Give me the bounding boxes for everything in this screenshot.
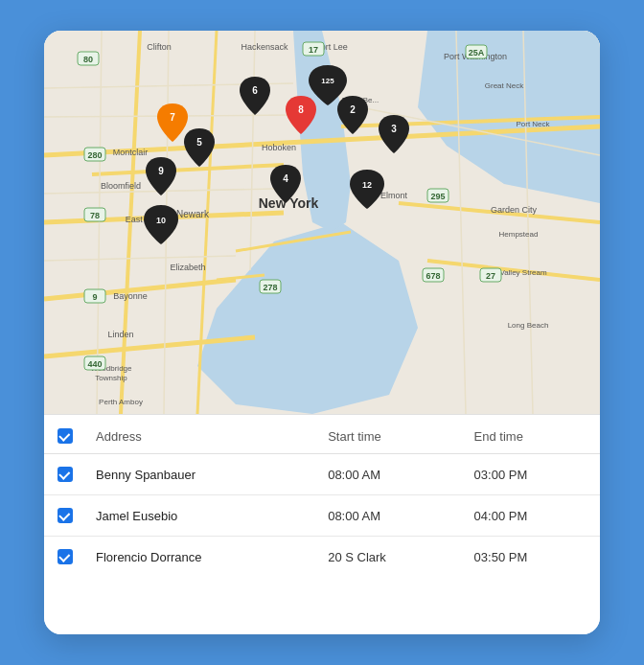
- svg-text:Elmont: Elmont: [380, 191, 408, 200]
- svg-text:Hempstead: Hempstead: [499, 230, 539, 239]
- svg-text:Clifton: Clifton: [147, 42, 172, 52]
- address-header: Address: [84, 415, 316, 454]
- svg-text:5: 5: [196, 137, 202, 148]
- svg-text:Valley Stream: Valley Stream: [499, 268, 547, 277]
- svg-text:Elizabeth: Elizabeth: [170, 263, 205, 272]
- svg-text:7: 7: [170, 112, 175, 123]
- svg-text:2: 2: [350, 104, 356, 115]
- table-row: Benny Spanbauer 08:00 AM 03:00 PM: [44, 454, 600, 495]
- table-row: Florencio Dorrance 20 S Clark 03:50 PM: [44, 537, 600, 578]
- svg-text:Hackensack: Hackensack: [241, 42, 288, 52]
- svg-text:Hoboken: Hoboken: [262, 143, 296, 152]
- main-card: New York Newark Montclair Bloomfield Eas…: [44, 31, 600, 634]
- svg-text:80: 80: [83, 55, 93, 64]
- svg-text:Bloomfield: Bloomfield: [101, 181, 141, 191]
- svg-text:10: 10: [156, 216, 166, 225]
- svg-text:12: 12: [362, 180, 372, 190]
- svg-text:Perth Amboy: Perth Amboy: [99, 398, 143, 406]
- row-checkbox-cell-1[interactable]: [44, 495, 84, 537]
- table-row: Jamel Eusebio 08:00 AM 04:00 PM: [44, 495, 600, 537]
- data-table: Address Start time End time Benny Spanba…: [44, 415, 600, 577]
- bottom-panel: Address Start time End time Benny Spanba…: [44, 414, 600, 634]
- address-cell-2: Florencio Dorrance: [84, 537, 316, 578]
- svg-text:Township: Township: [95, 374, 127, 382]
- svg-text:278: 278: [263, 283, 277, 292]
- end-time-header: End time: [463, 415, 600, 454]
- svg-text:27: 27: [486, 271, 495, 281]
- svg-text:9: 9: [158, 166, 164, 176]
- svg-text:17: 17: [309, 45, 318, 55]
- end-time-cell-0: 03:00 PM: [463, 454, 600, 495]
- svg-text:125: 125: [321, 77, 334, 85]
- start-time-cell-1: 08:00 AM: [316, 495, 462, 537]
- header-checkbox-cell[interactable]: [44, 415, 84, 454]
- svg-text:3: 3: [391, 124, 397, 134]
- svg-text:Bayonne: Bayonne: [113, 291, 148, 301]
- address-cell-0: Benny Spanbauer: [84, 454, 316, 495]
- svg-text:Montclair: Montclair: [113, 148, 149, 157]
- map-svg: New York Newark Montclair Bloomfield Eas…: [44, 31, 600, 414]
- row-checkbox-1[interactable]: [58, 508, 73, 523]
- map-area: New York Newark Montclair Bloomfield Eas…: [44, 31, 600, 414]
- row-checkbox-0[interactable]: [58, 467, 73, 482]
- start-time-cell-2: 20 S Clark: [316, 537, 462, 578]
- row-checkbox-cell-2[interactable]: [44, 537, 84, 578]
- svg-text:78: 78: [90, 211, 100, 220]
- svg-text:440: 440: [87, 359, 102, 369]
- svg-text:Garden City: Garden City: [491, 205, 538, 215]
- svg-text:Newark: Newark: [176, 209, 210, 219]
- end-time-cell-2: 03:50 PM: [463, 537, 600, 578]
- svg-text:25A: 25A: [469, 48, 485, 57]
- svg-text:6: 6: [252, 85, 258, 96]
- svg-text:280: 280: [87, 150, 102, 160]
- table-container: Address Start time End time Benny Spanba…: [44, 415, 600, 634]
- start-time-header: Start time: [316, 415, 462, 454]
- svg-text:Port Neck: Port Neck: [516, 120, 550, 128]
- svg-text:678: 678: [426, 271, 440, 281]
- row-checkbox-2[interactable]: [58, 549, 73, 564]
- svg-text:295: 295: [430, 192, 445, 201]
- svg-text:8: 8: [298, 104, 304, 115]
- end-time-cell-1: 04:00 PM: [463, 495, 600, 537]
- row-checkbox-cell-0[interactable]: [44, 454, 84, 495]
- svg-text:9: 9: [92, 292, 97, 302]
- svg-text:4: 4: [283, 173, 288, 184]
- table-header-row: Address Start time End time: [44, 415, 600, 454]
- start-time-cell-0: 08:00 AM: [316, 454, 462, 495]
- svg-text:Linden: Linden: [107, 330, 133, 339]
- svg-text:Great Neck: Great Neck: [485, 81, 524, 90]
- svg-text:Long Beach: Long Beach: [508, 321, 549, 330]
- address-cell-1: Jamel Eusebio: [84, 495, 316, 537]
- header-checkbox[interactable]: [58, 428, 73, 444]
